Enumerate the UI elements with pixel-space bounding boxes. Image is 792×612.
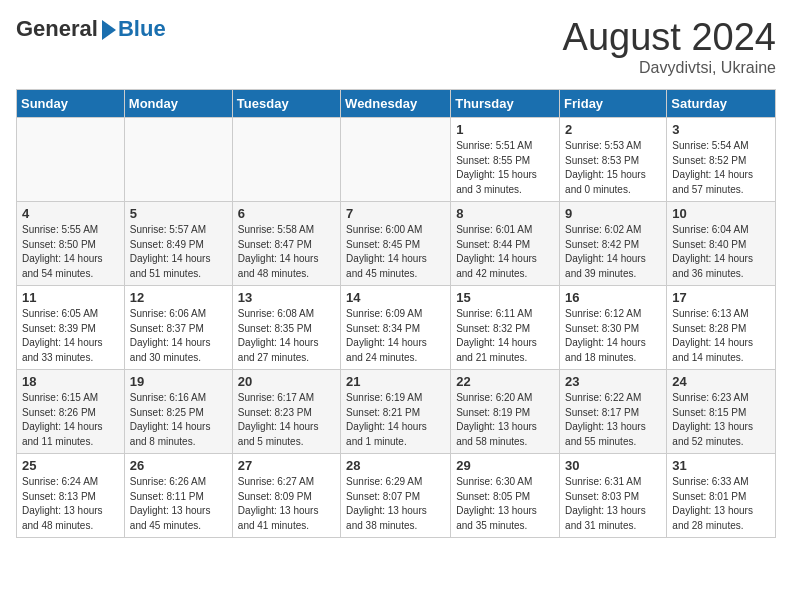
- day-info: Sunrise: 6:12 AM Sunset: 8:30 PM Dayligh…: [565, 307, 661, 365]
- calendar-cell: 10Sunrise: 6:04 AM Sunset: 8:40 PM Dayli…: [667, 202, 776, 286]
- day-number: 3: [672, 122, 770, 137]
- day-info: Sunrise: 5:57 AM Sunset: 8:49 PM Dayligh…: [130, 223, 227, 281]
- logo-arrow-icon: [102, 20, 116, 40]
- calendar-week-row: 11Sunrise: 6:05 AM Sunset: 8:39 PM Dayli…: [17, 286, 776, 370]
- day-number: 30: [565, 458, 661, 473]
- calendar-cell: 16Sunrise: 6:12 AM Sunset: 8:30 PM Dayli…: [560, 286, 667, 370]
- day-number: 28: [346, 458, 445, 473]
- calendar-cell: [124, 118, 232, 202]
- day-number: 21: [346, 374, 445, 389]
- col-header-friday: Friday: [560, 90, 667, 118]
- calendar-cell: 3Sunrise: 5:54 AM Sunset: 8:52 PM Daylig…: [667, 118, 776, 202]
- day-number: 24: [672, 374, 770, 389]
- col-header-wednesday: Wednesday: [341, 90, 451, 118]
- day-info: Sunrise: 6:24 AM Sunset: 8:13 PM Dayligh…: [22, 475, 119, 533]
- day-number: 10: [672, 206, 770, 221]
- day-number: 20: [238, 374, 335, 389]
- calendar-cell: 30Sunrise: 6:31 AM Sunset: 8:03 PM Dayli…: [560, 454, 667, 538]
- calendar-cell: 22Sunrise: 6:20 AM Sunset: 8:19 PM Dayli…: [451, 370, 560, 454]
- calendar-cell: 17Sunrise: 6:13 AM Sunset: 8:28 PM Dayli…: [667, 286, 776, 370]
- day-info: Sunrise: 6:29 AM Sunset: 8:07 PM Dayligh…: [346, 475, 445, 533]
- day-info: Sunrise: 6:20 AM Sunset: 8:19 PM Dayligh…: [456, 391, 554, 449]
- day-number: 23: [565, 374, 661, 389]
- day-info: Sunrise: 5:55 AM Sunset: 8:50 PM Dayligh…: [22, 223, 119, 281]
- day-info: Sunrise: 5:58 AM Sunset: 8:47 PM Dayligh…: [238, 223, 335, 281]
- day-number: 17: [672, 290, 770, 305]
- day-number: 2: [565, 122, 661, 137]
- day-number: 12: [130, 290, 227, 305]
- calendar-cell: 12Sunrise: 6:06 AM Sunset: 8:37 PM Dayli…: [124, 286, 232, 370]
- day-info: Sunrise: 6:06 AM Sunset: 8:37 PM Dayligh…: [130, 307, 227, 365]
- day-number: 15: [456, 290, 554, 305]
- calendar-cell: 28Sunrise: 6:29 AM Sunset: 8:07 PM Dayli…: [341, 454, 451, 538]
- day-number: 5: [130, 206, 227, 221]
- day-info: Sunrise: 5:53 AM Sunset: 8:53 PM Dayligh…: [565, 139, 661, 197]
- day-info: Sunrise: 6:15 AM Sunset: 8:26 PM Dayligh…: [22, 391, 119, 449]
- month-year-title: August 2024: [563, 16, 776, 59]
- calendar-cell: [232, 118, 340, 202]
- location-subtitle: Davydivtsi, Ukraine: [563, 59, 776, 77]
- day-info: Sunrise: 6:22 AM Sunset: 8:17 PM Dayligh…: [565, 391, 661, 449]
- calendar-cell: 14Sunrise: 6:09 AM Sunset: 8:34 PM Dayli…: [341, 286, 451, 370]
- day-info: Sunrise: 5:54 AM Sunset: 8:52 PM Dayligh…: [672, 139, 770, 197]
- calendar-cell: [17, 118, 125, 202]
- calendar-cell: [341, 118, 451, 202]
- calendar-week-row: 4Sunrise: 5:55 AM Sunset: 8:50 PM Daylig…: [17, 202, 776, 286]
- day-info: Sunrise: 6:13 AM Sunset: 8:28 PM Dayligh…: [672, 307, 770, 365]
- calendar-cell: 9Sunrise: 6:02 AM Sunset: 8:42 PM Daylig…: [560, 202, 667, 286]
- day-number: 27: [238, 458, 335, 473]
- col-header-sunday: Sunday: [17, 90, 125, 118]
- logo: General Blue: [16, 16, 166, 42]
- calendar-cell: 19Sunrise: 6:16 AM Sunset: 8:25 PM Dayli…: [124, 370, 232, 454]
- calendar-cell: 13Sunrise: 6:08 AM Sunset: 8:35 PM Dayli…: [232, 286, 340, 370]
- day-number: 11: [22, 290, 119, 305]
- day-info: Sunrise: 6:02 AM Sunset: 8:42 PM Dayligh…: [565, 223, 661, 281]
- day-number: 14: [346, 290, 445, 305]
- calendar-week-row: 18Sunrise: 6:15 AM Sunset: 8:26 PM Dayli…: [17, 370, 776, 454]
- calendar-cell: 24Sunrise: 6:23 AM Sunset: 8:15 PM Dayli…: [667, 370, 776, 454]
- calendar-cell: 26Sunrise: 6:26 AM Sunset: 8:11 PM Dayli…: [124, 454, 232, 538]
- day-info: Sunrise: 6:01 AM Sunset: 8:44 PM Dayligh…: [456, 223, 554, 281]
- day-info: Sunrise: 6:27 AM Sunset: 8:09 PM Dayligh…: [238, 475, 335, 533]
- day-number: 25: [22, 458, 119, 473]
- day-number: 29: [456, 458, 554, 473]
- day-info: Sunrise: 6:17 AM Sunset: 8:23 PM Dayligh…: [238, 391, 335, 449]
- logo-general-text: General: [16, 16, 98, 42]
- calendar-cell: 29Sunrise: 6:30 AM Sunset: 8:05 PM Dayli…: [451, 454, 560, 538]
- day-info: Sunrise: 6:19 AM Sunset: 8:21 PM Dayligh…: [346, 391, 445, 449]
- day-info: Sunrise: 6:33 AM Sunset: 8:01 PM Dayligh…: [672, 475, 770, 533]
- page-header: General Blue August 2024 Davydivtsi, Ukr…: [16, 16, 776, 77]
- calendar-cell: 1Sunrise: 5:51 AM Sunset: 8:55 PM Daylig…: [451, 118, 560, 202]
- day-number: 18: [22, 374, 119, 389]
- calendar-cell: 27Sunrise: 6:27 AM Sunset: 8:09 PM Dayli…: [232, 454, 340, 538]
- day-number: 9: [565, 206, 661, 221]
- calendar-header-row: SundayMondayTuesdayWednesdayThursdayFrid…: [17, 90, 776, 118]
- calendar-cell: 8Sunrise: 6:01 AM Sunset: 8:44 PM Daylig…: [451, 202, 560, 286]
- day-number: 19: [130, 374, 227, 389]
- logo-blue-text: Blue: [118, 16, 166, 42]
- calendar-cell: 25Sunrise: 6:24 AM Sunset: 8:13 PM Dayli…: [17, 454, 125, 538]
- day-number: 16: [565, 290, 661, 305]
- calendar-week-row: 25Sunrise: 6:24 AM Sunset: 8:13 PM Dayli…: [17, 454, 776, 538]
- calendar-cell: 20Sunrise: 6:17 AM Sunset: 8:23 PM Dayli…: [232, 370, 340, 454]
- day-number: 13: [238, 290, 335, 305]
- col-header-tuesday: Tuesday: [232, 90, 340, 118]
- day-info: Sunrise: 6:16 AM Sunset: 8:25 PM Dayligh…: [130, 391, 227, 449]
- col-header-thursday: Thursday: [451, 90, 560, 118]
- calendar-cell: 21Sunrise: 6:19 AM Sunset: 8:21 PM Dayli…: [341, 370, 451, 454]
- day-number: 6: [238, 206, 335, 221]
- calendar-cell: 5Sunrise: 5:57 AM Sunset: 8:49 PM Daylig…: [124, 202, 232, 286]
- col-header-saturday: Saturday: [667, 90, 776, 118]
- day-number: 22: [456, 374, 554, 389]
- day-number: 1: [456, 122, 554, 137]
- calendar-table: SundayMondayTuesdayWednesdayThursdayFrid…: [16, 89, 776, 538]
- calendar-cell: 15Sunrise: 6:11 AM Sunset: 8:32 PM Dayli…: [451, 286, 560, 370]
- col-header-monday: Monday: [124, 90, 232, 118]
- calendar-cell: 6Sunrise: 5:58 AM Sunset: 8:47 PM Daylig…: [232, 202, 340, 286]
- day-info: Sunrise: 6:08 AM Sunset: 8:35 PM Dayligh…: [238, 307, 335, 365]
- day-info: Sunrise: 6:00 AM Sunset: 8:45 PM Dayligh…: [346, 223, 445, 281]
- title-block: August 2024 Davydivtsi, Ukraine: [563, 16, 776, 77]
- calendar-cell: 23Sunrise: 6:22 AM Sunset: 8:17 PM Dayli…: [560, 370, 667, 454]
- calendar-cell: 11Sunrise: 6:05 AM Sunset: 8:39 PM Dayli…: [17, 286, 125, 370]
- calendar-cell: 31Sunrise: 6:33 AM Sunset: 8:01 PM Dayli…: [667, 454, 776, 538]
